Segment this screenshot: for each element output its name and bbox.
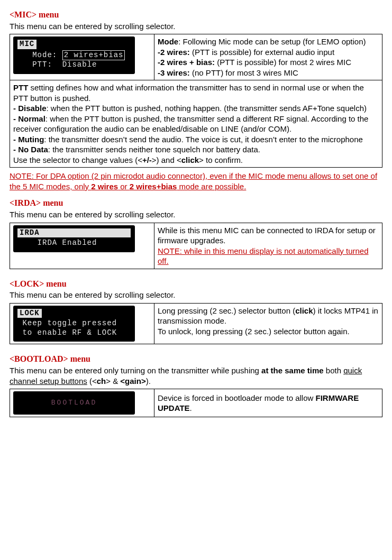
opt-2wires-bias: -2 wires + bias: (158, 58, 215, 67)
lock-row1: Keep toggle pressed (22, 319, 117, 327)
bootload-desc-cell: Device is forced in bootloader mode to a… (154, 389, 382, 417)
mic-lcd: MIC Mode: 2 wires+bias PTT: Disable (13, 36, 135, 74)
lock-lcd-cell: LOCK Keep toggle pressed to enable RF & … (10, 303, 154, 344)
ptt-muting: - Muting (13, 135, 44, 144)
lock-lcd: LOCK Keep toggle pressed to enable RF & … (13, 306, 135, 342)
lock-intro: This menu can be entered by scrolling se… (10, 290, 382, 300)
mic-ptt-desc: PTT setting defines how and what informa… (10, 80, 382, 168)
ptt-label: PTT (13, 83, 28, 92)
mic-mode-desc: Mode: Following Mic mode can be setup (f… (154, 34, 382, 80)
irda-note: NOTE: while in this menu display is not … (158, 246, 369, 266)
irda-table: IRDA IRDA Enabled While is this menu MIC… (10, 223, 382, 269)
irda-intro: This menu can be entered by scrolling se… (10, 209, 382, 220)
irda-lcd-cell: IRDA IRDA Enabled (10, 223, 154, 269)
lock-heading: <LOCK> menu (10, 279, 382, 290)
lcd-title: MIC (17, 40, 37, 49)
bootload-lcd: BOOTLOAD (13, 391, 135, 415)
irda-desc-cell: While is this menu MIC can be connected … (154, 223, 382, 269)
mic-heading: <MIC> menu (10, 10, 382, 21)
mode-label: Mode (158, 37, 178, 46)
selector-hint: Use the selector to change values (<+/->… (13, 155, 243, 164)
lcd-ptt-label: PTT: (32, 60, 52, 69)
ptt-nodata: - No Data (13, 145, 48, 154)
lcd-ptt-value: Disable (62, 60, 97, 69)
mic-table: MIC Mode: 2 wires+bias PTT: Disable Mode… (10, 34, 382, 168)
lock-p2: To unlock, long pressing (2 sec.) select… (158, 327, 350, 336)
opt-3wires: -3 wires: (158, 68, 190, 77)
mic-intro: This menu can be entered by scrolling se… (10, 21, 382, 32)
irda-status: IRDA Enabled (38, 238, 97, 247)
irda-lcd: IRDA IRDA Enabled (13, 225, 135, 252)
ptt-disable: - Disable (13, 104, 47, 113)
bootload-intro: This menu can be entered only turning on… (10, 365, 382, 386)
lcd-title: IRDA (17, 228, 131, 238)
mic-note: NOTE: For DPA option (2 pin microdot aud… (10, 171, 382, 191)
lock-table: LOCK Keep toggle pressed to enable RF & … (10, 303, 382, 345)
lcd-mode-value: 2 wires+bias (62, 50, 125, 61)
lcd-mode-label: Mode: (32, 51, 57, 59)
bootload-desc: Device is forced in bootloader mode to a… (158, 393, 359, 413)
lock-row2: to enable RF & LOCK (22, 328, 117, 337)
lock-p1: Long pressing (2 sec.) selector button (… (158, 306, 378, 326)
bootload-lcd-cell: BOOTLOAD (10, 389, 154, 417)
irda-heading: <IRDA> menu (10, 198, 382, 209)
mic-lcd-cell: MIC Mode: 2 wires+bias PTT: Disable (10, 34, 154, 80)
opt-2wires: -2 wires: (158, 48, 190, 57)
ptt-normal: - Normal (13, 114, 45, 123)
mode-rest: : Following Mic mode can be setup (for L… (178, 37, 366, 46)
bootload-heading: <BOOTLOAD> menu (10, 354, 382, 365)
irda-desc: While is this menu MIC can be connected … (158, 226, 376, 245)
bootload-table: BOOTLOAD Device is forced in bootloader … (10, 389, 382, 417)
bootload-text: BOOTLOAD (51, 399, 97, 407)
lcd-title: LOCK (17, 309, 42, 318)
lock-desc-cell: Long pressing (2 sec.) selector button (… (154, 303, 382, 344)
